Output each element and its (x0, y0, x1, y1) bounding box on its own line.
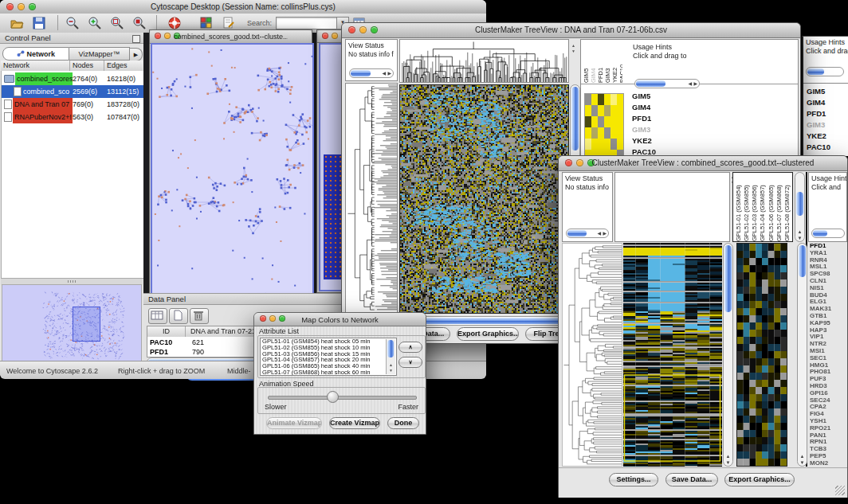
gene-label[interactable]: PFD1 (807, 108, 830, 119)
move-up-button[interactable]: ∧ (398, 342, 422, 353)
scrollbar-thumb[interactable] (387, 340, 394, 357)
heatmap-panel[interactable] (399, 84, 569, 314)
float-panel-icon[interactable] (132, 35, 140, 43)
gene-label[interactable]: GIM3 (632, 124, 656, 135)
attr-row-id[interactable]: PFD1 (150, 348, 168, 356)
scroll-down-arrow[interactable]: ▼ (389, 369, 393, 373)
attr-row-id[interactable]: PAC10 (150, 338, 172, 346)
export-graphics-button[interactable]: Export Graphics... (457, 327, 519, 341)
gene-label[interactable]: MON2 (810, 460, 848, 467)
usage-hints-title: Usage Hints (809, 173, 846, 183)
network-row-selected[interactable]: combined_sco 2569(6) 13112(15) (2, 85, 143, 98)
zoom-heatmap[interactable] (736, 243, 787, 467)
speed-slider-thumb[interactable] (327, 391, 339, 403)
usage-hints-title: Usage Hints (803, 37, 848, 47)
array-tree-panel[interactable] (614, 172, 730, 242)
attribute-list-label: Attribute List (259, 327, 299, 335)
close-icon[interactable] (322, 33, 328, 39)
array-tree-panel[interactable] (399, 39, 569, 83)
scroll-up-arrow[interactable]: ▲ (571, 44, 575, 48)
gene-label[interactable]: GIM4 (632, 102, 656, 113)
open-file-button[interactable] (10, 16, 24, 33)
gene-label[interactable]: PFD1 (632, 113, 656, 124)
attr-row-value[interactable]: 790 (192, 348, 204, 356)
labels-vscrollbar[interactable]: ▲▼ (795, 172, 805, 242)
status-scrollbar[interactable]: ◀▶ (566, 229, 609, 238)
scroll-up-arrow[interactable]: ▲ (389, 363, 393, 367)
settings-button[interactable]: Settings... (609, 473, 658, 486)
save-session-button[interactable] (32, 16, 46, 33)
column-header-nodes[interactable]: Nodes (70, 61, 104, 71)
listbox-vscrollbar[interactable]: ▲ ▼ (386, 339, 395, 374)
delete-attribute-button[interactable] (190, 308, 209, 324)
gene-label[interactable]: PAC10 (807, 142, 830, 153)
network-view-window-1[interactable]: combined_scores_good.txt--cluste... (149, 29, 312, 295)
heatmap-panel[interactable] (623, 243, 722, 467)
tab-overflow-arrow[interactable]: ▶ (130, 48, 143, 61)
attribute-item[interactable]: GPL51-07 (GSM868) heat shock 60 min (262, 369, 396, 376)
network-row[interactable]: combined_scores 2764(0) 16218(0) (2, 72, 143, 85)
scroll-down-arrow[interactable]: ▼ (571, 49, 575, 53)
zoom-fit-button[interactable] (132, 16, 147, 33)
gene-tree-panel[interactable] (562, 243, 622, 467)
animate-vizmap-button[interactable]: Animate Vizmap (266, 417, 322, 429)
new-attribute-button[interactable] (169, 308, 188, 324)
tab-network[interactable]: Network (2, 47, 69, 61)
done-button[interactable]: Done (387, 417, 419, 429)
move-down-button[interactable]: ∨ (398, 357, 422, 368)
attribute-listbox[interactable]: GPL51-01 (GSM854) heat shock 05 minGPL51… (260, 338, 397, 376)
treeview-combined-window: ClusterMaker TreeView : combined_scores_… (558, 155, 848, 498)
status-scrollbar[interactable]: ◀▶ (349, 68, 394, 78)
gene-label[interactable]: GIM4 (807, 97, 830, 108)
column-header-edges[interactable]: Edges (104, 61, 143, 71)
zoom-heatmap[interactable] (584, 93, 624, 162)
network-row[interactable]: RNAPuberNov2+! 563(0) 107847(0) (2, 111, 143, 123)
tab-vizmapper[interactable]: VizMapper™ (69, 47, 130, 61)
heatmap-vscrollbar[interactable]: ▲▼ (723, 243, 733, 467)
array-label: GPL51-06 (GSM865) (768, 174, 775, 241)
network-nodes: 769(0) (73, 98, 104, 111)
save-data-button[interactable]: Save Data... (665, 473, 718, 486)
gene-label[interactable]: GIM5 (807, 86, 830, 97)
gene-tree-panel[interactable] (345, 83, 398, 314)
hints-scrollbar[interactable] (811, 229, 845, 238)
birdseye-viewport-rect[interactable] (73, 307, 100, 342)
attribute-select-button[interactable] (148, 308, 167, 324)
network-row[interactable]: DNA and Tran 07 769(0) 183728(0) (2, 98, 143, 111)
search-label: Search: (247, 19, 272, 27)
export-graphics-button[interactable]: Export Graphics... (724, 473, 795, 486)
gene-label[interactable]: GIM3 (807, 119, 830, 131)
network-canvas-1[interactable] (151, 43, 314, 296)
desktop: Cytoscape Desktop (Session Name: collins… (0, 0, 848, 504)
minimize-icon[interactable] (164, 33, 171, 39)
speed-slider-track[interactable] (268, 396, 417, 400)
attr-col-id[interactable]: ID (147, 326, 186, 337)
gene-label[interactable]: YKE2 (632, 135, 656, 147)
create-vizmap-button[interactable]: Create Vizmap (329, 417, 380, 429)
zoom-out-button[interactable] (65, 16, 80, 33)
zoom-selected-button[interactable] (110, 16, 124, 33)
network-table-header: Network Nodes Edges (1, 61, 143, 71)
resize-grip[interactable] (835, 486, 845, 495)
zoom-in-button[interactable] (88, 16, 102, 33)
search-input[interactable] (276, 17, 338, 29)
attr-row-value[interactable]: 621 (192, 338, 204, 346)
cytoscape-titlebar[interactable]: Cytoscape Desktop (Session Name: collins… (0, 0, 486, 14)
close-icon[interactable] (565, 159, 572, 166)
minimize-icon[interactable] (332, 33, 338, 39)
close-icon[interactable] (348, 26, 355, 33)
usage-hints-text: Click and (809, 183, 846, 192)
close-icon[interactable] (260, 315, 266, 322)
gene-label[interactable]: YKE2 (807, 131, 830, 142)
birdseye-view[interactable] (2, 284, 142, 362)
network-edges: 183728(0) (107, 98, 143, 111)
genes-vscrollbar[interactable]: ▲▼ (797, 243, 807, 467)
zoomview-hscrollbar[interactable]: ◀▶ (634, 79, 700, 88)
minimize-icon[interactable] (269, 315, 276, 322)
close-icon[interactable] (6, 3, 14, 10)
hints-scrollbar[interactable] (806, 67, 844, 76)
close-icon[interactable] (155, 33, 161, 39)
gene-label[interactable]: GIM5 (632, 91, 656, 102)
column-header-network[interactable]: Network (1, 61, 70, 71)
network-name: combined_sco (23, 85, 71, 98)
